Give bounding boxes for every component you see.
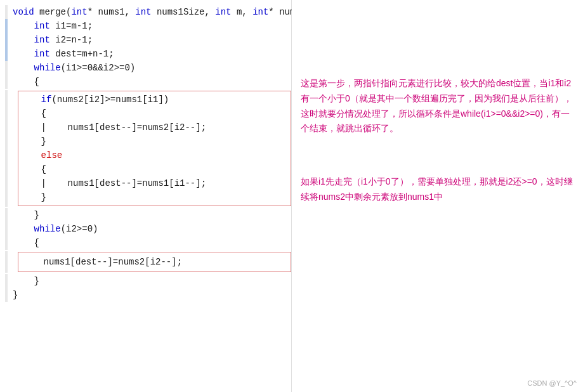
code-text-11: } [8, 288, 18, 302]
else-close: } [20, 190, 287, 204]
annotation-block-2: 如果i1先走完（i1小于0了），需要单独处理，那就是i2还>=0，这时继续将nu… [301, 174, 574, 205]
annotation-text-1: 这是第一步，两指针指向元素进行比较，较大的给dest位置，当i1和i2有一个小于… [301, 76, 574, 136]
code-line-1: void merge(int* nums1, int nums1Size, in… [5, 5, 291, 19]
if-line: if(nums2[i2]>=nums1[i1]) [20, 93, 287, 107]
gutter-inner [5, 90, 8, 207]
annotation-section: 这是第一步，两指针指向元素进行比较，较大的给dest位置，当i1和i2有一个小于… [292, 0, 583, 392]
code-text-5: while(i1>=0&&i2>=0) [8, 61, 135, 75]
code-line-5: while(i1>=0&&i2>=0) [5, 61, 291, 75]
while-body: nums1[dest--]=nums2[i2--]; [22, 255, 287, 269]
code-line-2: int i1=m-1; [5, 19, 291, 33]
annotation-text-2: 如果i1先走完（i1小于0了），需要单独处理，那就是i2还>=0，这时继续将nu… [301, 174, 574, 205]
code-text-2: int i1=m-1; [8, 19, 93, 33]
code-text-9: { [8, 236, 39, 250]
bordered-if-else: if(nums2[i2]>=nums1[i1]) { | nums1[dest-… [18, 91, 291, 206]
code-line-8: while(i2>=0) [5, 222, 291, 236]
code-line-11: } [5, 288, 291, 302]
code-text-7: } [8, 208, 39, 222]
inner-while-block: nums1[dest--]=nums2[i2--]; [5, 251, 291, 273]
code-section: void merge(int* nums1, int nums1Size, in… [0, 0, 292, 392]
gutter-inner2 [5, 251, 8, 273]
else-open: { [20, 162, 287, 176]
code-line-6: { [5, 75, 291, 89]
main-container: void merge(int* nums1, int nums1Size, in… [0, 0, 583, 392]
inner-if-block: if(nums2[i2]>=nums1[i1]) { | nums1[dest-… [5, 90, 291, 207]
if-body: | nums1[dest--]=nums2[i2--]; [20, 121, 287, 134]
code-line-3: int i2=n-1; [5, 33, 291, 47]
code-text-6: { [8, 75, 39, 89]
code-text-4: int dest=m+n-1; [8, 47, 114, 61]
code-text-8: while(i2>=0) [8, 222, 98, 236]
code-text-10: } [8, 274, 39, 288]
watermark: CSDN @Y_^O^ [527, 379, 577, 387]
else-line: else [20, 148, 287, 162]
if-open: { [20, 107, 287, 121]
else-body: | nums1[dest--]=nums1[i1--]; [20, 176, 287, 190]
annotation-block-1: 这是第一步，两指针指向元素进行比较，较大的给dest位置，当i1和i2有一个小于… [301, 76, 574, 136]
code-line-7: } [5, 208, 291, 222]
code-text-3: int i2=n-1; [8, 33, 93, 47]
if-close: } [20, 134, 287, 148]
code-line-9: { [5, 236, 291, 250]
bordered-while-body: nums1[dest--]=nums2[i2--]; [18, 252, 291, 272]
code-line-4: int dest=m+n-1; [5, 47, 291, 61]
code-line-10: } [5, 274, 291, 288]
